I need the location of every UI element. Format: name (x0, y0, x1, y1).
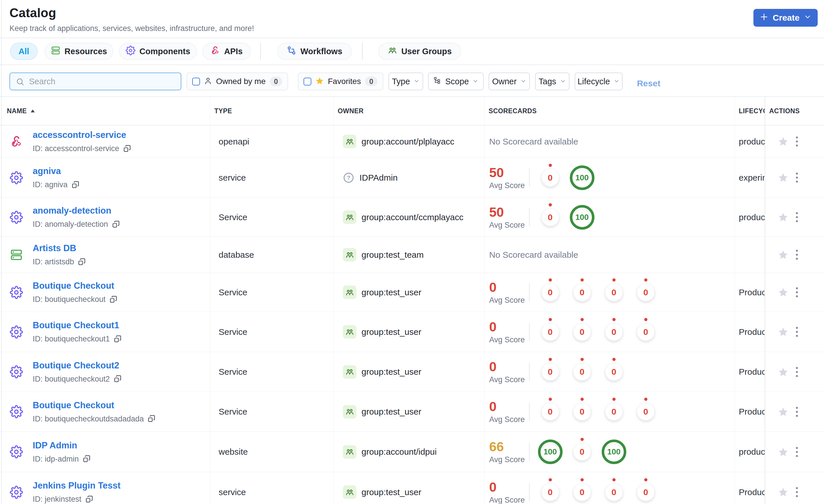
scorecard-badge-0[interactable]: 0 (541, 323, 559, 341)
entity-name-link[interactable]: IDP Admin (33, 440, 90, 451)
copy-icon[interactable] (109, 295, 117, 303)
copy-icon[interactable] (82, 455, 90, 463)
copy-icon[interactable] (85, 495, 93, 503)
favorite-star-icon[interactable] (778, 367, 789, 377)
scorecard-badge-0[interactable]: 0 (637, 323, 655, 341)
row-menu-kebab[interactable] (794, 485, 800, 499)
scorecard-badge-0[interactable]: 0 (637, 483, 655, 501)
entity-name-link[interactable]: Artists DB (33, 243, 86, 253)
entity-id: ID: artistsdb (33, 257, 74, 266)
scorecard-badge-0[interactable]: 0 (637, 403, 655, 420)
tab-components[interactable]: Components (119, 43, 197, 60)
tab-user-groups[interactable]: User Groups (378, 43, 461, 60)
entity-name-link[interactable]: Boutique Checkout (33, 281, 117, 291)
search-input[interactable] (9, 73, 181, 90)
favorite-star-icon[interactable] (778, 212, 789, 223)
avg-score-label: Avg Score (489, 375, 529, 384)
scorecard-badge-0[interactable]: 0 (573, 363, 591, 381)
owner-name: group:test_user (362, 367, 421, 377)
row-menu-kebab[interactable] (794, 171, 800, 184)
copy-icon[interactable] (112, 221, 120, 229)
copy-icon[interactable] (113, 375, 121, 383)
entity-name-link[interactable]: anomaly-detection (33, 206, 120, 216)
scorecard-badge-0[interactable]: 0 (605, 483, 623, 501)
owner-filter-dropdown[interactable]: Owner (489, 73, 530, 90)
avg-score-label: Avg Score (489, 221, 529, 229)
entity-lifecycle: production (735, 198, 764, 237)
favorite-star-icon[interactable] (778, 406, 789, 417)
scorecard-badge-100[interactable]: 100 (538, 439, 562, 464)
favorite-star-icon[interactable] (778, 447, 789, 457)
favorites-filter[interactable]: Favorites 0 (298, 73, 383, 90)
owner-name: group:account/idpui (362, 447, 437, 457)
row-menu-kebab[interactable] (794, 248, 800, 261)
entity-name-link[interactable]: agniva (33, 166, 79, 176)
favorite-star-icon[interactable] (778, 287, 789, 297)
scorecard-badge-0[interactable]: 0 (605, 323, 623, 341)
column-header-name[interactable]: NAME (0, 97, 210, 125)
row-menu-kebab[interactable] (794, 211, 800, 224)
entity-lifecycle: Production (735, 352, 764, 392)
tags-filter-dropdown[interactable]: Tags (535, 73, 570, 90)
scorecard-badge-0[interactable]: 0 (573, 323, 591, 341)
owned-by-me-filter[interactable]: Owned by me 0 (187, 73, 288, 90)
scorecard-badge-0[interactable]: 0 (541, 403, 559, 420)
scorecard-badge-0[interactable]: 0 (605, 363, 623, 381)
scorecard-badge-0[interactable]: 0 (541, 283, 559, 301)
favorite-star-icon[interactable] (778, 136, 789, 147)
favorite-star-icon[interactable] (778, 327, 789, 337)
scorecard-badge-100[interactable]: 100 (602, 439, 626, 464)
favorite-star-icon[interactable] (778, 249, 789, 260)
tab-apis[interactable]: APIs (202, 43, 251, 60)
entity-id: ID: anomaly-detection (33, 220, 108, 229)
owner-name: group:test_user (362, 407, 421, 416)
copy-icon[interactable] (71, 181, 79, 189)
scorecard-badge-0[interactable]: 0 (605, 283, 623, 301)
lifecycle-filter-dropdown[interactable]: Lifecycle (575, 73, 623, 90)
entity-name-link[interactable]: Boutique Checkout1 (33, 320, 121, 331)
entity-id: ID: accesscontrol-service (33, 144, 119, 153)
owned-by-me-checkbox[interactable] (192, 78, 200, 86)
scorecard-badge-0[interactable]: 0 (637, 283, 655, 301)
entity-name-link[interactable]: Boutique Checkout (33, 400, 155, 410)
reset-filters-link[interactable]: Reset (637, 79, 660, 88)
entity-name-link[interactable]: Jenkins Plugin Tesst (33, 481, 120, 491)
tab-all[interactable]: All (10, 43, 37, 60)
favorite-star-icon[interactable] (778, 487, 789, 497)
row-menu-kebab[interactable] (794, 135, 800, 148)
scorecard-badge-0[interactable]: 0 (573, 443, 591, 461)
scorecard-badge-0[interactable]: 0 (541, 209, 559, 226)
tab-workflows[interactable]: Workflows (277, 43, 352, 60)
scorecard-badge-100[interactable]: 100 (570, 165, 595, 190)
copy-icon[interactable] (123, 145, 131, 153)
copy-icon[interactable] (78, 258, 86, 266)
favorites-checkbox[interactable] (304, 78, 311, 86)
entity-type: openapi (210, 126, 334, 157)
scorecard-badge-100[interactable]: 100 (570, 205, 595, 230)
row-menu-kebab[interactable] (794, 285, 800, 299)
entity-name-link[interactable]: Boutique Checkout2 (33, 360, 121, 371)
entity-kind-icon (9, 171, 23, 184)
scorecard-badge-0[interactable]: 0 (541, 363, 559, 381)
row-menu-kebab[interactable] (794, 365, 800, 379)
row-menu-kebab[interactable] (794, 325, 800, 339)
tab-resources[interactable]: Resources (44, 43, 113, 60)
favorite-star-icon[interactable] (778, 172, 789, 183)
scorecard-badge-0[interactable]: 0 (605, 403, 623, 420)
scorecard-badge-0[interactable]: 0 (573, 483, 591, 501)
scorecard-badge-0[interactable]: 0 (541, 483, 559, 501)
scorecard-badge-0[interactable]: 0 (573, 283, 591, 301)
apis-icon (210, 45, 220, 57)
copy-icon[interactable] (113, 335, 121, 343)
owner-name: group:test_user (362, 287, 421, 297)
type-filter-dropdown[interactable]: Type (389, 73, 423, 90)
row-menu-kebab[interactable] (794, 405, 800, 418)
scorecard-badge-0[interactable]: 0 (573, 403, 591, 420)
row-menu-kebab[interactable] (794, 445, 800, 459)
entity-lifecycle: experimental (735, 158, 764, 198)
entity-name-link[interactable]: accesscontrol-service (33, 130, 131, 140)
scope-filter-dropdown[interactable]: Scope (428, 73, 484, 90)
scorecard-badge-0[interactable]: 0 (541, 169, 559, 186)
copy-icon[interactable] (147, 415, 155, 423)
create-button[interactable]: Create (753, 9, 818, 27)
